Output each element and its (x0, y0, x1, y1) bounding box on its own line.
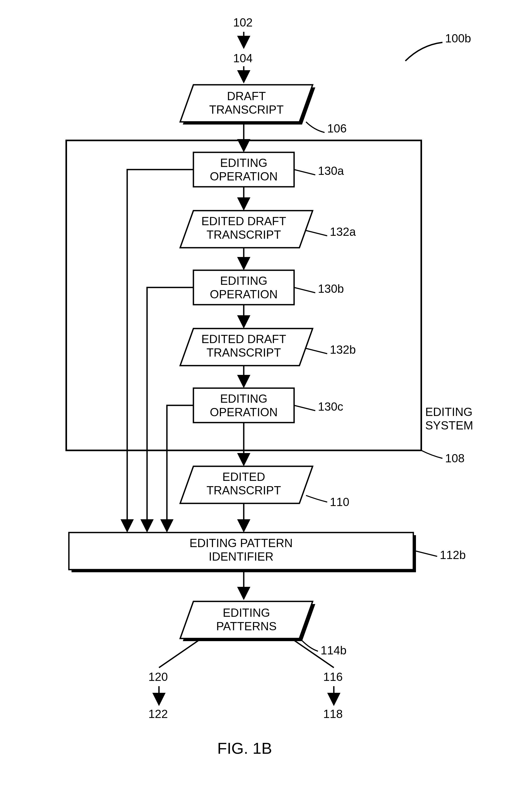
ref-110: 110 (330, 496, 349, 509)
block-edited-draft-a: EDITED DRAFT TRANSCRIPT (185, 214, 302, 242)
block-edited-draft-b: EDITED DRAFT TRANSCRIPT (185, 332, 302, 359)
ref-116: 116 (323, 670, 343, 684)
block-pattern-identifier: EDITING PATTERN IDENTIFIER (69, 536, 413, 563)
block-edit-op-b: EDITING OPERATION (194, 274, 294, 301)
ref-102: 102 (233, 16, 252, 29)
block-edited-transcript: EDITED TRANSCRIPT (185, 470, 302, 497)
ref-122: 122 (148, 707, 168, 720)
ref-106: 106 (327, 122, 347, 135)
ref-130a: 130a (318, 164, 344, 178)
block-edit-op-a: EDITING OPERATION (194, 156, 294, 183)
editing-system-label: EDITING SYSTEM (425, 405, 494, 432)
ref-114b: 114b (321, 644, 347, 657)
svg-line-23 (159, 638, 201, 668)
ref-118: 118 (323, 707, 343, 720)
figure-stage: 102 104 100b DRAFT TRANSCRIPT 106 EDITIN… (0, 0, 532, 785)
block-editing-patterns: EDITING PATTERNS (194, 606, 299, 633)
ref-104: 104 (233, 52, 252, 65)
ref-130c: 130c (318, 400, 343, 413)
figure-caption: FIG. 1B (217, 739, 272, 757)
ref-112b: 112b (440, 549, 466, 562)
ref-100b: 100b (445, 32, 471, 45)
block-draft-transcript: DRAFT TRANSCRIPT (194, 90, 299, 116)
ref-130b: 130b (318, 282, 344, 296)
ref-132b: 132b (330, 343, 356, 356)
ref-132a: 132a (330, 225, 356, 238)
block-edit-op-c: EDITING OPERATION (194, 392, 294, 419)
ref-108: 108 (445, 452, 464, 465)
ref-120: 120 (148, 670, 168, 684)
